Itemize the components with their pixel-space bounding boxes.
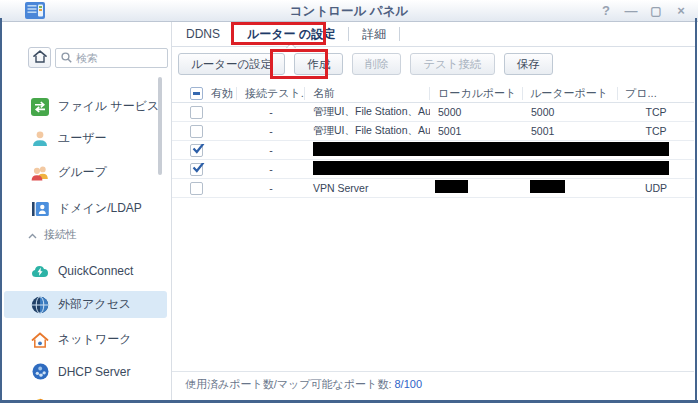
row-checkbox[interactable] — [190, 125, 203, 138]
row-checkbox[interactable] — [190, 182, 203, 195]
cell-router-port: 5000 — [523, 106, 618, 118]
user-icon — [31, 130, 49, 148]
help-icon[interactable]: ? — [599, 4, 613, 18]
sidebar-section-label: 接続性 — [44, 227, 77, 242]
sidebar-item-dhcp-server[interactable]: DHCP Server — [4, 358, 167, 385]
tab-label: ルーター の設定 — [247, 26, 335, 43]
sidebar: 共有フォルダ 検索 — [0, 22, 172, 400]
sidebar-search-row: 検索 — [0, 44, 171, 69]
window-controls: ? — ▢ × — [599, 0, 688, 22]
external-access-icon — [31, 296, 49, 314]
file-services-icon — [31, 98, 49, 116]
home-icon — [33, 49, 47, 67]
title-bar: コントロール パネル ? — ▢ × — [0, 0, 698, 22]
row-checkbox[interactable] — [190, 163, 203, 176]
window-border-right — [695, 18, 697, 403]
test-connection-button[interactable]: テスト接続 — [410, 53, 494, 75]
port-forwarding-table: 有効 接続テスト... 名前 ローカルポート ルーターポート プロ... - 管… — [172, 84, 694, 198]
redacted-port-bar — [435, 180, 468, 193]
sidebar-item-network[interactable]: ネットワーク — [4, 326, 167, 353]
sidebar-item-file-services[interactable]: ファイル サービス — [4, 93, 167, 120]
cell-test: - — [237, 106, 305, 118]
tab-separator — [399, 27, 400, 41]
cell-name: 管理UI、File Station、Au... — [305, 105, 430, 119]
dhcp-server-icon — [31, 363, 49, 381]
button-label: 削除 — [365, 57, 388, 72]
sidebar-item-label: グループ — [58, 164, 107, 181]
tab-ddns[interactable]: DDNS — [173, 22, 233, 47]
sidebar-item-label: DHCP Server — [58, 365, 130, 379]
cell-protocol: UDP — [618, 182, 694, 194]
tab-label: DDNS — [186, 27, 220, 41]
button-label: 作成 — [307, 57, 330, 72]
maximize-icon[interactable]: ▢ — [649, 4, 663, 18]
cell-name: VPN Server — [305, 182, 430, 194]
sidebar-item-group[interactable]: グループ — [4, 159, 167, 186]
redacted-port-bar — [530, 180, 565, 193]
sidebar-item-label: ファイル サービス — [58, 98, 159, 115]
search-input[interactable]: 検索 — [55, 48, 168, 68]
sidebar-item-label: ネットワーク — [58, 331, 131, 348]
table-header-row: 有効 接続テスト... 名前 ローカルポート ルーターポート プロ... — [172, 84, 694, 103]
cell-test: - — [237, 125, 305, 137]
button-label: テスト接続 — [423, 57, 481, 72]
tab-router-configuration[interactable]: ルーター の設定 — [234, 22, 348, 47]
header-connection-test[interactable]: 接続テスト... — [237, 87, 305, 100]
button-label: ルーターの設定 — [191, 57, 272, 72]
sidebar-item-label: QuickConnect — [58, 264, 133, 278]
cell-router-port: 5001 — [523, 125, 618, 137]
close-icon[interactable]: × — [674, 4, 688, 18]
table-row[interactable]: - 管理UI、File Station、Au... 5001 5001 TCP — [172, 122, 694, 141]
window-title: コントロール パネル — [0, 3, 698, 20]
tab-bar: DDNS ルーター の設定 詳細 — [172, 22, 696, 47]
header-local-port[interactable]: ローカルポート — [430, 87, 523, 100]
table-row[interactable]: - 管理UI、File Station、Au... 5000 5000 TCP — [172, 103, 694, 122]
cell-test: - — [237, 182, 305, 194]
sidebar-item-user[interactable]: ユーザー — [4, 125, 167, 152]
header-enabled: 有効 — [211, 87, 233, 100]
tab-label: 詳細 — [362, 26, 386, 43]
save-button[interactable]: 保存 — [504, 53, 553, 75]
home-button[interactable] — [28, 47, 51, 68]
sidebar-item-external-access[interactable]: 外部アクセス — [4, 291, 167, 318]
selected-tab-notch — [286, 42, 296, 52]
window-border-left — [0, 18, 2, 403]
sidebar-item-label: ドメイン/LDAP — [58, 200, 142, 217]
network-icon — [31, 331, 49, 349]
router-configuration-button[interactable]: ルーターの設定 — [178, 53, 285, 75]
button-label: 保存 — [517, 57, 540, 72]
select-all-checkbox[interactable] — [190, 87, 203, 100]
cell-protocol: TCP — [618, 106, 694, 118]
cell-test: - — [237, 163, 305, 175]
search-icon — [61, 49, 72, 67]
sidebar-item-quickconnect[interactable]: QuickConnect — [4, 257, 167, 284]
window-border-bottom — [0, 400, 698, 403]
toolbar: ルーターの設定 作成 削除 テスト接続 保存 — [178, 53, 553, 75]
sidebar-item-label: ユーザー — [58, 130, 107, 147]
port-count-value: 8/100 — [395, 378, 423, 390]
redacted-row-bar — [313, 142, 669, 156]
search-placeholder: 検索 — [76, 51, 98, 66]
sidebar-section-connectivity[interactable]: 接続性 — [4, 226, 164, 242]
row-checkbox[interactable] — [190, 106, 203, 119]
control-panel-window: コントロール パネル ? — ▢ × 共有フォルダ — [0, 0, 698, 403]
table-row[interactable]: - VPN Server UDP — [172, 179, 694, 198]
port-count-label: 使用済みポート数/マップ可能なポート数: — [185, 378, 391, 390]
row-checkbox[interactable] — [190, 144, 203, 157]
sidebar-item-domain-ldap[interactable]: ドメイン/LDAP — [4, 195, 167, 222]
group-icon — [31, 164, 49, 182]
cell-local-port: 5000 — [430, 106, 523, 118]
domain-ldap-icon — [31, 200, 49, 218]
header-protocol[interactable]: プロ... — [618, 87, 694, 100]
delete-button[interactable]: 削除 — [352, 53, 401, 75]
header-router-port[interactable]: ルーターポート — [523, 87, 618, 100]
sidebar-scrollbar[interactable] — [158, 77, 162, 175]
status-divider — [172, 371, 694, 372]
sidebar-item-security[interactable]: セキュリティ — [4, 393, 167, 400]
tab-advanced[interactable]: 詳細 — [349, 22, 399, 47]
minimize-icon[interactable]: — — [624, 4, 638, 18]
create-button[interactable]: 作成 — [294, 53, 343, 75]
header-name[interactable]: 名前 — [305, 87, 430, 100]
chevron-up-icon — [28, 225, 37, 243]
quickconnect-icon — [31, 262, 49, 280]
